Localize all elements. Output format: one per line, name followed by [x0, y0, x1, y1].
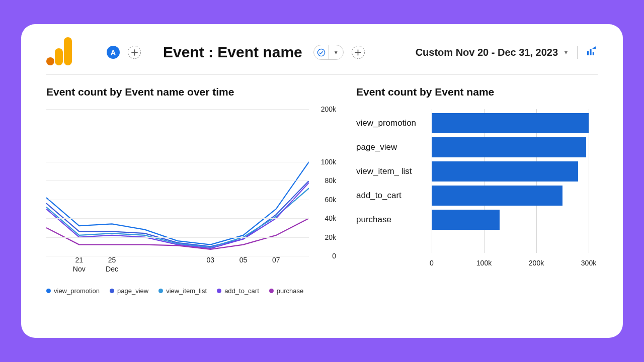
bar-row: view_promotion	[356, 113, 589, 133]
bar	[432, 210, 500, 230]
analytics-logo-icon	[46, 37, 76, 67]
y-tick: 0	[332, 252, 336, 260]
edit-chart-icon[interactable]	[586, 45, 598, 59]
legend-dot-icon	[46, 289, 51, 293]
svg-rect-3	[593, 52, 594, 55]
line-chart-panel: Event count by Event name over time 020k…	[46, 86, 336, 329]
bar-label: view_item_ list	[356, 166, 427, 176]
bar-chart-title: Event count by Event name	[356, 86, 598, 98]
check-circle-icon	[314, 45, 329, 59]
bar-chart: 0100k200k300k view_promotionpage_viewvie…	[356, 109, 598, 270]
legend-label: purchase	[277, 287, 303, 295]
x-tick: 21 Nov	[73, 256, 86, 274]
chart-legend: view_promotionpage_viewview_item_listadd…	[46, 287, 336, 295]
x-tick: 0	[430, 259, 434, 267]
bar-label: page_view	[356, 142, 427, 152]
bar-row: add_to_cart	[356, 186, 589, 206]
date-range-picker[interactable]: Custom Nov 20 - Dec 31, 2023 ▼	[416, 47, 569, 58]
report-card: A Event : Event name ▼ Custom Nov 20 - D…	[21, 24, 623, 338]
legend-dot-icon	[158, 289, 163, 293]
bar	[432, 161, 578, 182]
legend-item[interactable]: purchase	[269, 287, 303, 295]
bar-label: view_promotion	[356, 118, 427, 128]
content-area: Event count by Event name over time 020k…	[46, 75, 598, 329]
line-chart-title: Event count by Event name over time	[46, 86, 336, 98]
svg-rect-1	[587, 51, 589, 55]
bar-label: add_to_cart	[356, 191, 427, 201]
svg-rect-2	[590, 49, 591, 55]
page-title: Event : Event name	[163, 44, 302, 61]
legend-item[interactable]: add_to_cart	[217, 287, 259, 295]
x-tick: 25 Dec	[106, 256, 118, 274]
segment-badge[interactable]: A	[107, 46, 120, 59]
legend-label: add_to_cart	[224, 287, 259, 295]
bar	[432, 186, 562, 206]
y-tick: 80k	[325, 176, 336, 185]
legend-dot-icon	[110, 289, 114, 293]
legend-label: page_view	[117, 287, 148, 295]
add-filter-button[interactable]	[352, 46, 365, 59]
legend-dot-icon	[217, 289, 221, 293]
legend-item[interactable]: view_item_list	[158, 287, 207, 295]
x-tick: 05	[239, 256, 248, 265]
legend-item[interactable]: view_promotion	[46, 287, 100, 295]
y-tick: 40k	[325, 214, 336, 222]
legend-label: view_item_list	[166, 287, 207, 295]
chevron-down-icon: ▼	[563, 49, 569, 56]
y-tick: 100k	[321, 158, 336, 166]
bar-row: view_item_ list	[356, 161, 589, 182]
x-tick: 300k	[581, 259, 596, 267]
legend-item[interactable]: page_view	[110, 287, 148, 295]
bar	[432, 113, 589, 133]
divider	[577, 46, 578, 59]
bar	[432, 137, 586, 157]
series-add_to_cart	[46, 183, 309, 248]
y-tick: 20k	[325, 233, 336, 241]
x-tick: 100k	[476, 259, 492, 267]
chevron-down-icon: ▼	[329, 50, 343, 55]
series-view_promotion	[46, 162, 309, 244]
bar-chart-panel: Event count by Event name 0100k200k300k …	[356, 86, 598, 329]
add-segment-button[interactable]	[128, 46, 141, 59]
legend-dot-icon	[269, 289, 274, 293]
bar-label: purchase	[356, 215, 427, 225]
bar-row: page_view	[356, 137, 589, 157]
y-tick: 200k	[321, 105, 336, 113]
x-tick: 200k	[529, 259, 544, 267]
line-chart: 020k40k60k80k100k200k 21 Nov25 Dec030507	[46, 109, 336, 275]
x-tick: 07	[272, 256, 280, 265]
y-tick: 60k	[325, 196, 336, 204]
top-bar: A Event : Event name ▼ Custom Nov 20 - D…	[46, 37, 598, 75]
filter-pill[interactable]: ▼	[313, 45, 344, 60]
legend-label: view_promotion	[54, 287, 100, 295]
x-tick: 03	[206, 256, 214, 265]
date-range-label: Custom Nov 20 - Dec 31, 2023	[416, 47, 558, 58]
bar-row: purchase	[356, 210, 589, 230]
